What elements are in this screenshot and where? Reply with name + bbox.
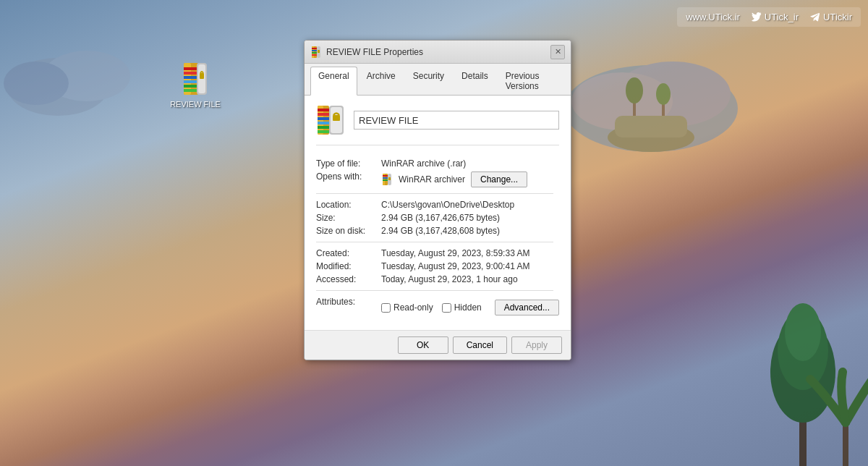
readonly-checkbox-label[interactable]: Read-only xyxy=(381,302,433,313)
opens-value-cell: WinRAR archiver Change... xyxy=(381,170,559,189)
divider-row-2 xyxy=(316,237,559,247)
location-label: Location: xyxy=(316,198,381,211)
svg-rect-35 xyxy=(318,50,320,53)
svg-rect-43 xyxy=(318,130,329,133)
attributes-row: Attributes: Read-only Hidden Advance xyxy=(316,295,559,320)
properties-dialog: REVIEW FILE Properties ✕ General Archive… xyxy=(304,40,571,360)
svg-rect-31 xyxy=(312,50,317,51)
file-type-icon xyxy=(316,106,345,135)
tab-general[interactable]: General xyxy=(310,67,357,96)
opens-label: Opens with: xyxy=(316,170,381,189)
svg-rect-41 xyxy=(318,122,329,124)
watermark-twitter-label: UTick_ir xyxy=(765,12,799,22)
size-row: Size: 2.94 GB (3,167,426,675 bytes) xyxy=(316,211,559,224)
ok-button[interactable]: OK xyxy=(398,336,448,354)
svg-point-26 xyxy=(785,303,821,361)
accessed-value: Today, August 29, 2023, 1 hour ago xyxy=(381,273,559,286)
svg-rect-32 xyxy=(312,52,317,54)
title-bar-text: REVIEW FILE Properties xyxy=(326,47,423,57)
svg-point-13 xyxy=(4,62,69,105)
svg-rect-49 xyxy=(383,175,388,177)
attributes-label: Attributes: xyxy=(316,295,381,320)
location-row: Location: C:\Users\govan\OneDrive\Deskto… xyxy=(316,198,559,211)
tree-right xyxy=(738,263,868,466)
modified-label: Modified: xyxy=(316,260,381,273)
title-bar-left: REVIEW FILE Properties xyxy=(310,46,423,58)
modified-row: Modified: Tuesday, August 29, 2023, 9:00… xyxy=(316,260,559,273)
readonly-checkbox[interactable] xyxy=(381,303,391,313)
size-value: 2.94 GB (3,167,426,675 bytes) xyxy=(381,211,559,224)
file-name-input[interactable] xyxy=(354,111,559,130)
tab-archive[interactable]: Archive xyxy=(359,67,404,95)
svg-rect-40 xyxy=(318,117,329,120)
divider-row-1 xyxy=(316,189,559,198)
advanced-button[interactable]: Advanced... xyxy=(495,300,559,315)
opens-with-container: WinRAR archiver Change... xyxy=(381,171,559,187)
attributes-controls: Read-only Hidden Advanced... xyxy=(381,295,559,320)
size-disk-value: 2.94 GB (3,167,428,608 bytes) xyxy=(381,224,559,237)
size-label: Size: xyxy=(316,211,381,224)
watermark: www.UTick.ir UTick_ir UTickir xyxy=(677,7,861,27)
modified-value: Tuesday, August 29, 2023, 9:00:41 AM xyxy=(381,260,559,273)
dialog-content: Type of file: WinRAR archive (.rar) Open… xyxy=(305,96,571,331)
size-disk-label: Size on disk: xyxy=(316,224,381,237)
svg-rect-51 xyxy=(383,179,388,181)
opens-row: Opens with: xyxy=(316,170,559,189)
type-label: Type of file: xyxy=(316,157,381,170)
svg-rect-53 xyxy=(388,177,391,180)
divider-row-3 xyxy=(316,286,559,295)
tab-security[interactable]: Security xyxy=(405,67,452,95)
size-disk-row: Size on disk: 2.94 GB (3,167,428,608 byt… xyxy=(316,224,559,237)
svg-rect-46 xyxy=(333,115,340,121)
tab-previous-versions[interactable]: Previous Versions xyxy=(498,67,565,95)
attributes-container: Read-only Hidden Advanced... xyxy=(381,297,559,318)
watermark-website: www.UTick.ir xyxy=(686,12,740,22)
tab-details[interactable]: Details xyxy=(454,67,496,95)
created-label: Created: xyxy=(316,247,381,260)
change-button[interactable]: Change... xyxy=(471,171,527,187)
svg-point-20 xyxy=(626,77,643,103)
svg-rect-39 xyxy=(318,113,329,116)
file-header xyxy=(316,106,559,145)
desktop: www.UTick.ir UTick_ir UTickir xyxy=(0,0,868,466)
location-value: C:\Users\govan\OneDrive\Desktop xyxy=(381,198,559,211)
title-bar: REVIEW FILE Properties ✕ xyxy=(305,41,571,64)
readonly-label: Read-only xyxy=(393,302,433,313)
cloud-right xyxy=(542,43,760,174)
cancel-button[interactable]: Cancel xyxy=(453,336,507,354)
svg-point-22 xyxy=(656,83,671,105)
accessed-row: Accessed: Today, August 29, 2023, 1 hour… xyxy=(316,273,559,286)
created-value: Tuesday, August 29, 2023, 8:59:33 AM xyxy=(381,247,559,260)
dialog-buttons: OK Cancel Apply xyxy=(305,331,571,360)
svg-rect-30 xyxy=(312,48,317,49)
hidden-checkbox-label[interactable]: Hidden xyxy=(442,302,482,313)
svg-rect-27 xyxy=(843,423,848,466)
tab-bar: General Archive Security Details Previou… xyxy=(305,64,571,96)
type-row: Type of file: WinRAR archive (.rar) xyxy=(316,157,559,170)
hidden-label: Hidden xyxy=(454,302,482,313)
apply-button[interactable]: Apply xyxy=(511,336,562,354)
properties-table: Type of file: WinRAR archive (.rar) Open… xyxy=(316,157,559,320)
accessed-label: Accessed: xyxy=(316,273,381,286)
title-bar-icon xyxy=(310,46,322,58)
opens-with-name: WinRAR archiver xyxy=(399,174,465,185)
svg-rect-33 xyxy=(312,54,317,56)
svg-rect-42 xyxy=(318,126,329,129)
winrar-opens-icon xyxy=(381,174,393,185)
svg-rect-50 xyxy=(383,177,388,179)
watermark-telegram: UTickir xyxy=(810,12,852,22)
svg-rect-38 xyxy=(318,109,329,111)
close-button[interactable]: ✕ xyxy=(550,45,565,59)
type-value: WinRAR archive (.rar) xyxy=(381,157,559,170)
watermark-telegram-label: UTickir xyxy=(823,12,852,22)
hidden-checkbox[interactable] xyxy=(442,303,451,313)
watermark-twitter: UTick_ir xyxy=(752,12,799,22)
svg-rect-18 xyxy=(615,116,687,137)
created-row: Created: Tuesday, August 29, 2023, 8:59:… xyxy=(316,247,559,260)
